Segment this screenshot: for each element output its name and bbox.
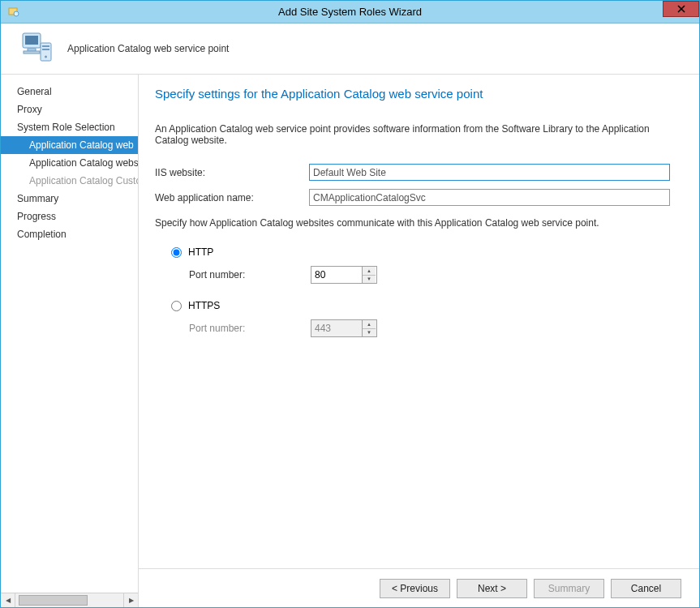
nav-general[interactable]: General <box>1 83 138 101</box>
scrollbar-track[interactable] <box>15 593 123 607</box>
nav-completion[interactable]: Completion <box>1 225 138 243</box>
iis-website-row: IIS website: <box>155 164 679 181</box>
nav-progress[interactable]: Progress <box>1 208 138 225</box>
nav-list: General Proxy System Role Selection Appl… <box>1 75 138 593</box>
cancel-button[interactable]: Cancel <box>611 579 681 598</box>
web-app-name-label: Web application name: <box>155 192 309 203</box>
protocol-group: HTTP Port number: ▲ ▼ <box>155 246 679 337</box>
page-description: An Application Catalog web service point… <box>155 123 679 146</box>
svg-rect-5 <box>25 36 38 45</box>
http-port-down[interactable]: ▼ <box>363 276 376 284</box>
http-port-spinner[interactable]: ▲ ▼ <box>311 266 377 284</box>
https-radio[interactable] <box>171 301 182 311</box>
computer-server-icon <box>19 31 54 66</box>
http-port-label: Port number: <box>189 269 311 280</box>
https-radio-label: HTTPS <box>188 300 220 311</box>
wizard-body: General Proxy System Role Selection Appl… <box>1 75 699 607</box>
scroll-right-button[interactable]: ▶ <box>123 593 138 607</box>
close-icon <box>677 5 685 13</box>
wizard-window: Add Site System Roles Wizard Application… <box>0 0 700 608</box>
http-port-spinner-buttons: ▲ ▼ <box>362 267 376 283</box>
content-area: Specify settings for the Application Cat… <box>139 75 699 568</box>
https-port-spinner: ▲ ▼ <box>311 319 377 337</box>
iis-website-label: IIS website: <box>155 167 309 178</box>
summary-button: Summary <box>534 579 604 598</box>
svg-rect-10 <box>42 49 49 50</box>
communication-description: Specify how Application Catalog websites… <box>155 217 679 229</box>
wizard-header: Application Catalog web service point <box>1 24 699 75</box>
http-radio-row[interactable]: HTTP <box>171 246 679 258</box>
sidebar-horizontal-scrollbar[interactable]: ◀ ▶ <box>1 593 138 607</box>
http-port-row: Port number: ▲ ▼ <box>189 266 679 284</box>
svg-point-11 <box>45 56 47 58</box>
https-port-up: ▲ <box>363 320 376 329</box>
sidebar: General Proxy System Role Selection Appl… <box>1 75 139 607</box>
nav-app-catalog-web-service[interactable]: Application Catalog web <box>1 136 138 154</box>
page-title: Specify settings for the Application Cat… <box>155 87 679 101</box>
iis-website-input[interactable] <box>309 164 670 181</box>
scroll-left-button[interactable]: ◀ <box>1 593 15 607</box>
http-port-up[interactable]: ▲ <box>363 267 376 276</box>
https-port-row: Port number: ▲ ▼ <box>189 319 679 337</box>
app-icon <box>7 6 20 19</box>
https-port-label: Port number: <box>189 323 311 334</box>
https-radio-row[interactable]: HTTPS <box>171 300 679 311</box>
next-button[interactable]: Next > <box>457 579 527 598</box>
nav-app-catalog-customizations: Application Catalog Customizations <box>1 172 138 190</box>
nav-app-catalog-website[interactable]: Application Catalog website point <box>1 154 138 172</box>
wizard-footer: < Previous Next > Summary Cancel <box>139 568 699 607</box>
https-port-input <box>311 320 362 336</box>
svg-point-1 <box>14 11 19 16</box>
http-radio[interactable] <box>171 247 182 258</box>
nav-summary[interactable]: Summary <box>1 190 138 208</box>
http-port-input[interactable] <box>311 267 362 283</box>
title-bar: Add Site System Roles Wizard <box>1 1 699 24</box>
window-title: Add Site System Roles Wizard <box>1 6 699 18</box>
main-panel: Specify settings for the Application Cat… <box>139 75 699 607</box>
web-app-name-row: Web application name: <box>155 189 679 206</box>
https-port-spinner-buttons: ▲ ▼ <box>362 320 376 336</box>
header-subtitle: Application Catalog web service point <box>67 43 229 54</box>
close-button[interactable] <box>663 1 699 17</box>
nav-proxy[interactable]: Proxy <box>1 101 138 118</box>
https-port-down: ▼ <box>363 329 376 337</box>
svg-rect-9 <box>42 45 49 47</box>
scrollbar-thumb[interactable] <box>19 595 88 606</box>
previous-button[interactable]: < Previous <box>380 579 450 598</box>
http-radio-label: HTTP <box>188 246 213 258</box>
svg-rect-7 <box>24 51 40 54</box>
nav-system-role-selection[interactable]: System Role Selection <box>1 118 138 136</box>
web-app-name-input[interactable] <box>309 189 670 206</box>
